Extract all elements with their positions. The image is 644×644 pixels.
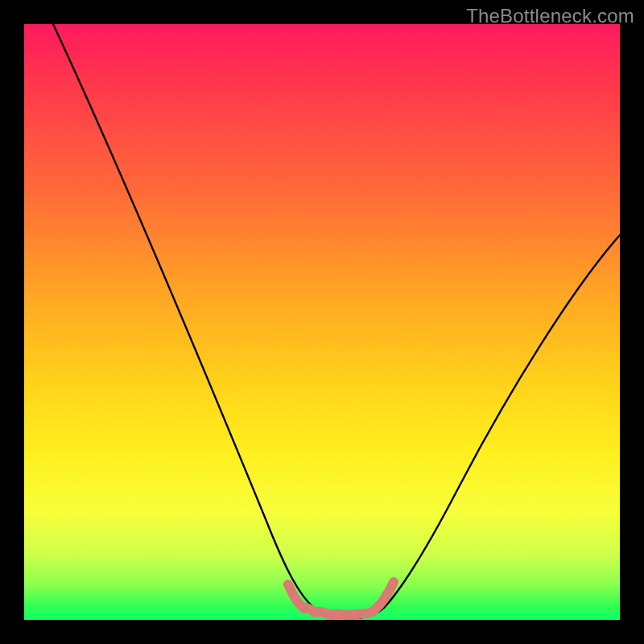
- bottleneck-curve: [53, 24, 620, 618]
- plot-area: [24, 24, 620, 620]
- curve-layer: [24, 24, 620, 620]
- chart-frame: TheBottleneck.com: [0, 0, 644, 644]
